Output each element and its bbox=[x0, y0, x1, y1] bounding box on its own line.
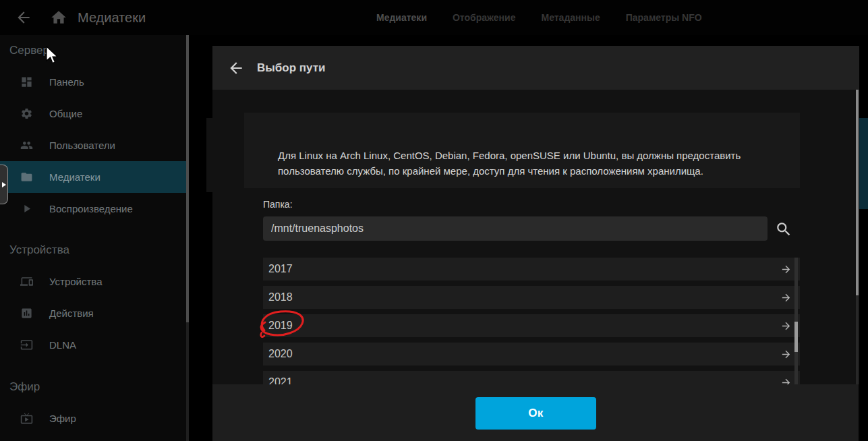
activity-icon bbox=[20, 307, 33, 320]
sidebar-section-devices: Устройства bbox=[0, 235, 187, 266]
sidebar-item-dlna[interactable]: DLNA bbox=[0, 329, 187, 361]
info-text: Для Linux на Arch Linux, CentOS, Debian,… bbox=[278, 148, 753, 179]
dialog-scrollbar[interactable] bbox=[856, 90, 859, 384]
arrow-right-icon bbox=[780, 349, 792, 360]
sidebar-item-dashboard[interactable]: Панель bbox=[0, 66, 187, 98]
sidebar-item-label: Панель bbox=[49, 76, 84, 88]
sidebar-scrollbar[interactable] bbox=[186, 35, 189, 441]
directory-name: 2021 bbox=[268, 376, 293, 384]
page-title: Медиатеки bbox=[78, 0, 146, 35]
tab-strip: Медиатеки Отображение Метаданные Парамет… bbox=[376, 0, 702, 35]
directory-name: 2020 bbox=[268, 348, 293, 360]
list-scrollbar-thumb[interactable] bbox=[794, 322, 798, 352]
arrow-right-icon bbox=[780, 292, 792, 303]
directory-row-2018[interactable]: 2018 bbox=[263, 286, 800, 309]
dialog-back-icon[interactable] bbox=[227, 59, 245, 77]
path-picker-dialog: Выбор пути Для Linux на Arch Linux, Cent… bbox=[212, 46, 859, 441]
gear-icon bbox=[20, 107, 33, 120]
dialog-body: Для Linux на Arch Linux, CentOS, Debian,… bbox=[212, 90, 859, 384]
tab-nfo-settings[interactable]: Параметры NFO bbox=[626, 12, 702, 23]
sidebar-item-libraries[interactable]: Медиатеки bbox=[0, 161, 187, 193]
dialog-footer: Ок bbox=[212, 384, 858, 441]
background-sliver bbox=[206, 118, 212, 192]
sidebar-item-label: Действия bbox=[49, 307, 94, 319]
folder-icon bbox=[20, 171, 33, 183]
sidebar-item-label: DLNA bbox=[49, 339, 76, 351]
sidebar-section-livetv: Эфир bbox=[0, 372, 187, 403]
dialog-header: Выбор пути bbox=[212, 46, 859, 90]
directory-name: 2019 bbox=[268, 320, 293, 332]
home-icon[interactable] bbox=[50, 9, 67, 26]
list-scrollbar[interactable] bbox=[794, 258, 798, 384]
sidebar-item-label: Воспроизведение bbox=[49, 203, 133, 214]
devices-icon bbox=[20, 275, 33, 288]
dialog-title: Выбор пути bbox=[257, 61, 326, 75]
chevron-right-icon bbox=[2, 182, 6, 187]
top-bar: Медиатеки Медиатеки Отображение Метаданн… bbox=[0, 0, 868, 35]
sidebar-item-label: Эфир bbox=[49, 413, 76, 424]
folder-label: Папка: bbox=[263, 199, 293, 210]
tab-display[interactable]: Отображение bbox=[453, 12, 515, 23]
sidebar-item-users[interactable]: Пользователи bbox=[0, 129, 187, 161]
arrow-right-icon bbox=[780, 377, 792, 385]
users-icon bbox=[20, 139, 33, 152]
sidebar: Сервер Панель Общие Пользователи Медиате… bbox=[0, 35, 187, 441]
live-tv-icon bbox=[20, 412, 33, 425]
sidebar-item-general[interactable]: Общие bbox=[0, 98, 187, 129]
sidebar-item-activity[interactable]: Действия bbox=[0, 297, 187, 329]
drawer-handle[interactable] bbox=[0, 165, 8, 204]
tab-libraries[interactable]: Медиатеки bbox=[376, 12, 427, 23]
tab-metadata[interactable]: Метаданные bbox=[541, 12, 600, 23]
back-icon[interactable] bbox=[15, 9, 32, 26]
sidebar-item-label: Пользователи bbox=[49, 140, 115, 151]
directory-row-2019[interactable]: 2019 bbox=[263, 314, 800, 337]
directory-row-2020[interactable]: 2020 bbox=[263, 343, 800, 365]
sidebar-item-dvr[interactable]: Цифровая запись bbox=[0, 434, 187, 441]
background-sliver bbox=[859, 118, 868, 209]
sidebar-section-server: Сервер bbox=[0, 35, 187, 66]
play-icon bbox=[20, 202, 33, 215]
search-icon[interactable] bbox=[775, 220, 792, 238]
input-icon bbox=[20, 339, 33, 351]
ok-button[interactable]: Ок bbox=[475, 397, 596, 430]
arrow-right-icon bbox=[780, 320, 792, 332]
sidebar-item-devices[interactable]: Устройства bbox=[0, 266, 187, 297]
directory-row-2021[interactable]: 2021 bbox=[263, 371, 800, 384]
directory-row-2017[interactable]: 2017 bbox=[263, 258, 800, 281]
sidebar-item-label: Медиатеки bbox=[49, 171, 100, 183]
directory-name: 2017 bbox=[268, 263, 293, 275]
sidebar-item-playback[interactable]: Воспроизведение bbox=[0, 193, 187, 225]
sidebar-item-livetv[interactable]: Эфир bbox=[0, 403, 187, 434]
dashboard-icon bbox=[20, 76, 33, 88]
sidebar-scrollbar-thumb[interactable] bbox=[186, 35, 189, 322]
info-panel: Для Linux на Arch Linux, CentOS, Debian,… bbox=[244, 113, 800, 188]
sidebar-item-label: Общие bbox=[49, 108, 82, 119]
sidebar-item-label: Устройства bbox=[49, 276, 102, 287]
folder-path-input[interactable] bbox=[263, 216, 768, 241]
dialog-scrollbar-thumb[interactable] bbox=[856, 90, 859, 295]
directory-name: 2018 bbox=[268, 291, 293, 303]
arrow-right-icon bbox=[780, 264, 792, 275]
directory-list: 2017 2018 2019 2020 bbox=[263, 258, 800, 384]
